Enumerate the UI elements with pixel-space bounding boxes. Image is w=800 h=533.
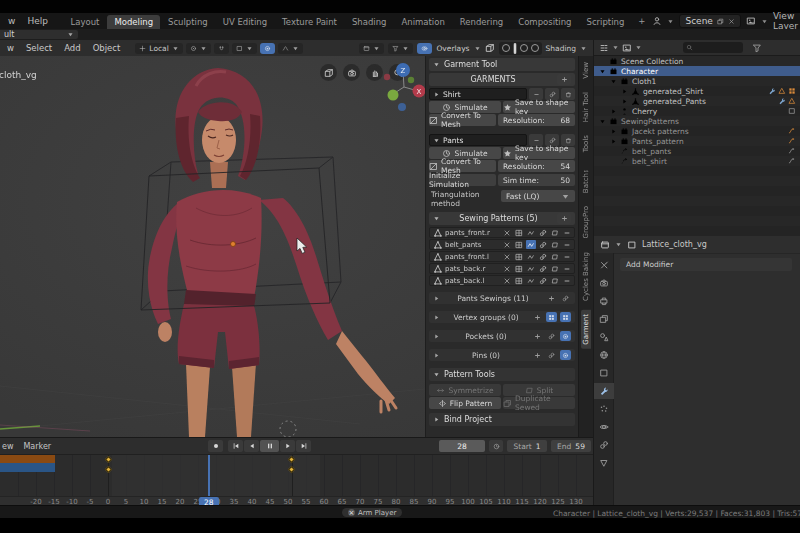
add-workspace-button[interactable]: +	[631, 14, 652, 28]
box-icon[interactable]	[788, 107, 796, 115]
sewing-patterns-header[interactable]: Sewing Patterns (5)	[429, 212, 575, 225]
bind-project-header[interactable]: Bind Project	[429, 413, 575, 426]
curve-icon[interactable]	[788, 157, 796, 165]
add-pattern-button[interactable]	[557, 213, 571, 224]
sew-pattern-button[interactable]	[526, 264, 536, 273]
start-frame-field[interactable]: Start1	[507, 440, 547, 452]
plus-button[interactable]	[546, 293, 557, 303]
initialize-simulation-button[interactable]: Initialize Simulation	[429, 174, 496, 186]
workspace-tab-compositing[interactable]: Compositing	[511, 15, 578, 29]
tri-icon[interactable]	[788, 97, 796, 105]
properties-tab-output[interactable]	[594, 293, 614, 309]
chain-pattern-button[interactable]	[538, 228, 548, 237]
chevron-down-icon[interactable]	[610, 78, 617, 85]
sew-pattern-button[interactable]	[526, 276, 536, 285]
workspace-tab-scripting[interactable]: Scripting	[580, 15, 632, 29]
chevron-right-icon[interactable]	[610, 138, 617, 145]
outliner-item-character[interactable]: Character	[594, 66, 800, 76]
tri-icon[interactable]	[778, 87, 786, 95]
plane-pattern-button[interactable]	[550, 264, 560, 273]
jump-first-button[interactable]	[228, 440, 243, 452]
chevron-right-icon[interactable]	[433, 91, 440, 98]
collapse-pattern-button[interactable]	[562, 264, 572, 273]
sew-pattern-button[interactable]	[526, 228, 536, 237]
outliner-item-belt-shirt[interactable]: belt_shirt	[594, 156, 800, 166]
pants-save-shapekey-button[interactable]: Save to shape key	[503, 147, 575, 159]
grid2-icon[interactable]	[788, 87, 796, 95]
chevron-right-icon[interactable]	[621, 88, 628, 95]
collapse-pattern-button[interactable]	[562, 240, 572, 249]
gizmo-minus-z[interactable]	[398, 103, 406, 111]
menu-select[interactable]: Select	[21, 43, 57, 53]
plus-button[interactable]	[532, 312, 543, 322]
grid-pattern-button[interactable]	[514, 276, 524, 285]
outliner-item-scene-collection[interactable]: Scene Collection	[594, 56, 800, 66]
collapse-pattern-button[interactable]	[562, 252, 572, 261]
plane-pattern-button[interactable]	[550, 240, 560, 249]
pivot-point-dropdown[interactable]	[186, 43, 211, 54]
grid3d-nav-button[interactable]	[320, 64, 337, 81]
prev-key-button[interactable]	[244, 440, 259, 452]
pattern-visibility-toggle[interactable]	[432, 240, 443, 250]
plane-pattern-button[interactable]	[550, 276, 560, 285]
next-key-button[interactable]	[280, 440, 295, 452]
chain-button[interactable]	[546, 350, 557, 360]
sidebar-tab-grouppro[interactable]: GroupPro	[581, 202, 591, 242]
remove-pattern-button[interactable]	[502, 228, 512, 237]
chain-pattern-button[interactable]	[538, 264, 548, 273]
layout-dropdown[interactable]: ult	[0, 30, 78, 39]
keyframe-diamond[interactable]	[104, 466, 111, 473]
overlays-dropdown[interactable]: Overlays	[436, 44, 469, 53]
workspace-tab-layout[interactable]: Layout	[63, 15, 106, 29]
outliner-item-sewingpatterns[interactable]: SewingPatterns	[594, 116, 800, 126]
scene-selector[interactable]: Scene	[679, 14, 740, 28]
workspace-tab-uv-editing[interactable]: UV Editing	[216, 15, 274, 29]
active-scene-icon[interactable]	[652, 16, 662, 26]
snap-settings-dropdown[interactable]	[232, 43, 257, 54]
outliner-item-cherry[interactable]: Cherry	[594, 106, 800, 116]
garment-tool-panel-header[interactable]: Garment Tool	[429, 58, 575, 71]
gizmo-minus-y[interactable]	[408, 77, 414, 83]
workspace-tab-sculpting[interactable]: Sculpting	[161, 15, 215, 29]
outliner-item-pants-pattern[interactable]: Pants_pattern	[594, 136, 800, 146]
menu-help[interactable]: Help	[27, 16, 48, 26]
add-garment-button[interactable]	[557, 74, 571, 85]
properties-tab-data[interactable]	[594, 455, 614, 471]
unlink-scene-icon[interactable]	[728, 18, 735, 25]
menu-object[interactable]: Object	[88, 43, 126, 53]
chain-button[interactable]	[546, 331, 557, 341]
cancel-icon[interactable]: ×	[348, 509, 355, 516]
overlays-toggle[interactable]	[417, 43, 432, 54]
editor-type-icon[interactable]	[600, 240, 610, 250]
grid-pattern-button[interactable]	[514, 264, 524, 273]
sub-panel-pins-0[interactable]: Pins (0)	[429, 349, 575, 361]
chevron-down-icon[interactable]	[599, 118, 606, 125]
filter-dropdown[interactable]	[388, 43, 413, 54]
workspace-tab-texture-paint[interactable]: Texture Paint	[275, 15, 344, 29]
sidebar-tab-batch[interactable]: Batch™	[581, 161, 591, 197]
plus-button[interactable]	[532, 331, 543, 341]
properties-tab-object[interactable]	[594, 365, 614, 381]
jump-last-button[interactable]	[296, 440, 311, 452]
channel-bar-orange[interactable]	[0, 455, 55, 463]
pattern-visibility-toggle[interactable]	[432, 264, 443, 274]
shirt-name-field[interactable]: Shirt	[429, 88, 527, 100]
workspace-tab-modeling[interactable]: Modeling	[107, 15, 160, 29]
channel-bar-blue[interactable]	[0, 463, 55, 472]
shading-dropdown[interactable]: Shading	[546, 44, 576, 53]
grid-pattern-button[interactable]	[514, 252, 524, 261]
proportional-editing-toggle[interactable]	[260, 43, 275, 54]
menu-add[interactable]: Add	[59, 43, 85, 53]
sew-pattern-button[interactable]	[526, 240, 536, 249]
workspace-tab-shading[interactable]: Shading	[345, 15, 394, 29]
curve-icon[interactable]	[788, 127, 796, 135]
dotc-button[interactable]	[560, 350, 571, 360]
sidebar-tab-hair-tool[interactable]: Hair Tool	[581, 88, 591, 126]
current-frame-field[interactable]: 28	[439, 440, 485, 452]
shirt-resolution-field[interactable]: Resolution:68	[498, 114, 575, 126]
pants-name-field[interactable]: Pants	[429, 134, 527, 146]
new-scene-icon[interactable]	[717, 18, 724, 25]
shirt-convert-button[interactable]: Convert To Mesh	[429, 114, 496, 126]
sim-time-field[interactable]: Sim time:50	[498, 174, 575, 186]
remove-pattern-button[interactable]	[502, 276, 512, 285]
